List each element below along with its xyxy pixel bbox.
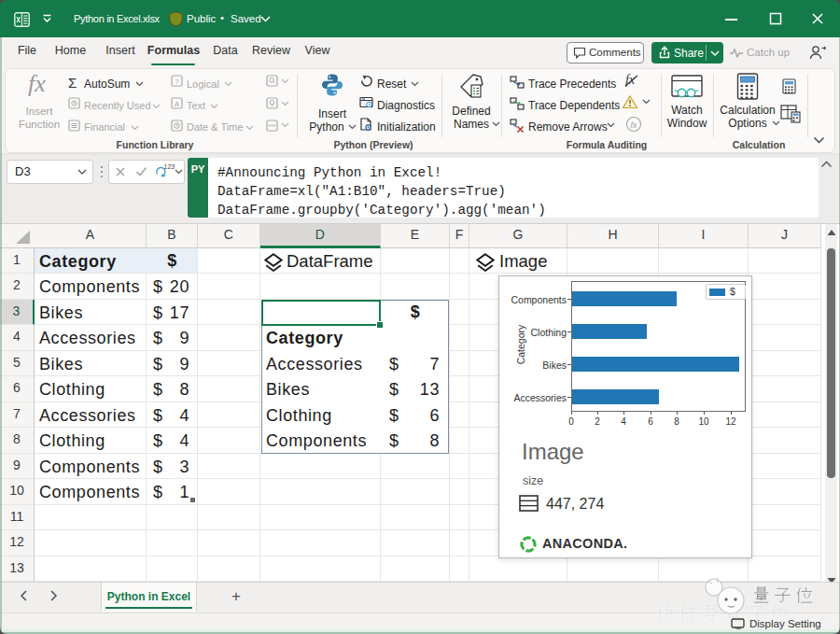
svg-text:fx: fx — [630, 120, 637, 130]
svg-text:?: ? — [175, 77, 179, 86]
svg-text:123: 123 — [164, 163, 175, 170]
svg-text:A: A — [175, 100, 180, 108]
